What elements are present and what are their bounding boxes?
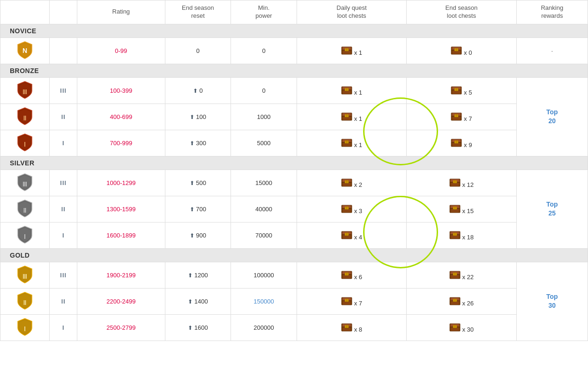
section-label: BRONZE xyxy=(0,64,588,77)
season-chests-cell: x 18 xyxy=(407,222,516,248)
daily-chests-cell: x 1 xyxy=(297,130,406,156)
minpower-cell: 70000 xyxy=(231,222,297,248)
season-chests-cell: x 22 xyxy=(407,262,516,288)
svg-rect-37 xyxy=(350,113,352,120)
svg-point-110 xyxy=(346,273,348,275)
svg-rect-126 xyxy=(342,297,343,305)
badge-cell: || xyxy=(0,104,50,130)
reset-cell: ⬆ 100 xyxy=(165,104,231,130)
shield-badge: | xyxy=(17,331,33,338)
ranking-cell: Top30 xyxy=(516,262,588,341)
rating-cell: 2500-2799 xyxy=(77,314,165,341)
chest-icon xyxy=(449,181,461,188)
svg-rect-74 xyxy=(459,179,460,186)
rating-cell: 700-999 xyxy=(77,130,165,156)
daily-count: x 3 xyxy=(354,208,362,215)
tier-cell: I xyxy=(50,314,77,341)
svg-rect-96 xyxy=(342,231,343,239)
svg-rect-103 xyxy=(450,231,451,239)
chest-icon xyxy=(449,300,461,307)
badge-cell: N xyxy=(0,37,50,64)
minpower-cell: 15000 xyxy=(231,170,297,196)
svg-rect-59 xyxy=(460,139,461,147)
minpower-cell: 40000 xyxy=(231,196,297,222)
svg-text:|: | xyxy=(24,233,26,239)
daily-chests-cell: x 7 xyxy=(297,288,406,314)
tier-cell: III xyxy=(50,170,77,196)
chest-icon xyxy=(341,274,352,281)
svg-rect-43 xyxy=(451,113,453,120)
daily-chests-cell: x 8 xyxy=(297,314,406,341)
col-badge-header xyxy=(0,0,50,24)
tier-cell: I xyxy=(50,130,77,156)
season-count: x 22 xyxy=(462,274,474,281)
reset-cell: ⬆ 500 xyxy=(165,170,231,196)
col-minpower-header: Min.power xyxy=(231,0,297,24)
reset-cell: ⬆ 900 xyxy=(165,222,231,248)
svg-rect-29 xyxy=(460,87,461,94)
col-ranking-header: Rankingrewards xyxy=(516,0,588,24)
troph-icon: ⬆ xyxy=(190,180,194,186)
svg-text:N: N xyxy=(22,47,27,54)
svg-rect-82 xyxy=(350,205,352,213)
badge-cell: || xyxy=(0,196,50,222)
svg-point-87 xyxy=(454,207,456,209)
tier-cell: II xyxy=(50,104,77,130)
tier-cell: I xyxy=(50,222,77,248)
rating-cell: 1600-1899 xyxy=(77,222,165,248)
season-count: x 7 xyxy=(464,115,472,122)
rating-cell: 400-699 xyxy=(77,104,165,130)
svg-rect-44 xyxy=(460,113,461,120)
season-count: x 5 xyxy=(464,89,472,96)
svg-rect-112 xyxy=(350,271,352,279)
chest-icon xyxy=(451,115,462,122)
badge-cell: | xyxy=(0,130,50,156)
reset-cell: ⬆ 700 xyxy=(165,196,231,222)
reset-cell: ⬆ 1600 xyxy=(165,314,231,341)
rating-cell: 1900-2199 xyxy=(77,262,165,288)
ranking-cell: - xyxy=(516,37,588,64)
svg-point-147 xyxy=(454,326,456,327)
season-count: x 9 xyxy=(464,141,472,148)
svg-point-117 xyxy=(454,273,456,275)
badge-cell: ||| xyxy=(0,170,50,196)
svg-rect-67 xyxy=(350,179,352,186)
shield-badge: | xyxy=(17,146,33,153)
shield-badge: || xyxy=(17,304,33,311)
chest-icon xyxy=(341,300,352,307)
chest-icon xyxy=(341,208,352,215)
chest-icon xyxy=(451,49,462,56)
minpower-cell: 100000 xyxy=(231,262,297,288)
svg-rect-142 xyxy=(350,324,352,331)
chest-icon xyxy=(341,326,352,333)
season-count: x 26 xyxy=(462,300,474,307)
table-row: ||| III100-399⬆ 00 x 1 x 5Top20 xyxy=(0,77,588,104)
svg-rect-97 xyxy=(350,231,352,239)
svg-rect-28 xyxy=(451,87,453,94)
svg-point-72 xyxy=(454,181,456,183)
svg-point-95 xyxy=(346,233,348,235)
svg-rect-89 xyxy=(459,205,460,213)
col-reset-header: End seasonreset xyxy=(165,0,231,24)
page-wrapper: Rating End seasonreset Min.power Daily q… xyxy=(0,0,588,341)
reset-cell: ⬆ 1200 xyxy=(165,262,231,288)
season-count: x 18 xyxy=(462,234,474,241)
daily-count: x 6 xyxy=(354,274,362,281)
troph-icon: ⬆ xyxy=(188,298,193,305)
svg-point-80 xyxy=(346,207,348,209)
table-row: || II400-699⬆ 1001000 x 1 x 7 xyxy=(0,104,588,130)
season-chests-cell: x 15 xyxy=(407,196,516,222)
svg-rect-7 xyxy=(350,47,352,54)
col-rating-header: Rating xyxy=(77,0,165,24)
rating-cell: 1300-1599 xyxy=(77,196,165,222)
table-row: N 0-9900 x 1 x 0- xyxy=(0,37,588,64)
minpower-cell: 5000 xyxy=(231,130,297,156)
season-count: x 0 xyxy=(464,49,472,56)
troph-icon: ⬆ xyxy=(188,325,193,331)
chest-icon xyxy=(449,234,461,241)
ranking-cell: Top25 xyxy=(516,170,588,248)
svg-rect-127 xyxy=(350,297,352,305)
svg-point-20 xyxy=(346,89,348,90)
rating-cell: 1000-1299 xyxy=(77,170,165,196)
svg-rect-6 xyxy=(342,47,343,54)
